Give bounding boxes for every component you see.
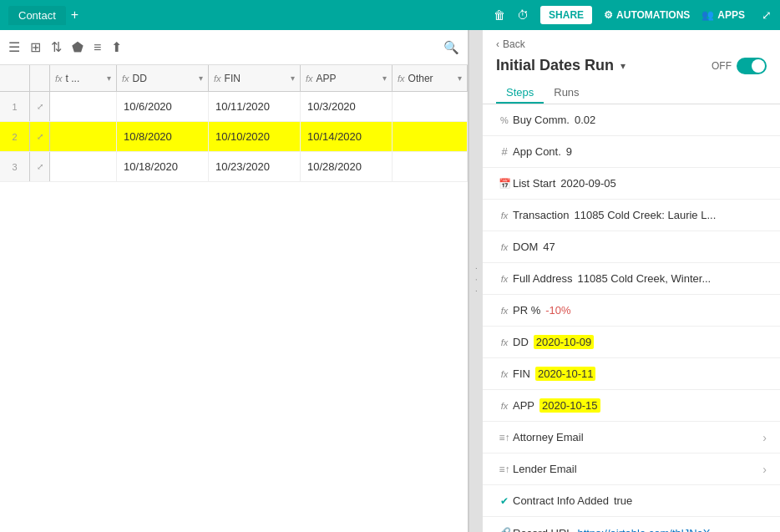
row-number: 1 bbox=[0, 92, 30, 121]
menu-icon[interactable]: ☰ bbox=[8, 39, 20, 55]
col-name-fin: FIN bbox=[225, 73, 241, 84]
cell-fin-1[interactable]: 10/11/2020 bbox=[209, 92, 301, 121]
tab-runs[interactable]: Runs bbox=[544, 83, 589, 104]
field-row-app: fx APP 2020-10-15 bbox=[483, 390, 780, 422]
grid-body: 1 ⤢ 10/6/2020 10/11/2020 10/3/2020 2 ⤢ 1… bbox=[0, 92, 468, 532]
row-number: 2 bbox=[0, 122, 30, 151]
field-row-dom: fx DOM 47 bbox=[483, 231, 780, 263]
field-value-dd: 2020-10-09 bbox=[534, 335, 595, 349]
automation-dropdown-icon[interactable]: ▾ bbox=[620, 60, 626, 72]
top-bar: Contact + 🗑 ⏱ SHARE ⚙ AUTOMATIONS 👥 APPS… bbox=[0, 0, 780, 30]
cell-other-2[interactable] bbox=[393, 122, 468, 151]
field-row-record-url: 🔗 Record URL https://airtable.com/tblJNe… bbox=[483, 517, 780, 532]
cell-fin-2[interactable]: 10/10/2020 bbox=[209, 122, 301, 151]
row-expand-button[interactable]: ⤢ bbox=[30, 122, 50, 151]
cell-t-3[interactable] bbox=[50, 152, 117, 181]
col-dropdown-other[interactable]: ▾ bbox=[458, 73, 462, 83]
field-value-record-url[interactable]: https://airtable.com/tblJNeX... bbox=[578, 527, 720, 533]
cell-app-1[interactable]: 10/3/2020 bbox=[301, 92, 393, 121]
trash-icon[interactable]: 🗑 bbox=[494, 8, 505, 22]
field-name-list-start: List Start bbox=[513, 177, 555, 190]
back-label: Back bbox=[503, 38, 525, 50]
row-num-header bbox=[0, 65, 30, 91]
fx-icon-dd: fx bbox=[122, 73, 129, 84]
col-dropdown-app[interactable]: ▾ bbox=[382, 73, 387, 83]
field-name-dd: DD bbox=[513, 336, 529, 348]
field-name-attorney-email: Attorney Email bbox=[513, 431, 584, 443]
automations-button[interactable]: ⚙ AUTOMATIONS bbox=[604, 9, 690, 21]
toggle-switch[interactable] bbox=[737, 58, 767, 74]
add-tab-button[interactable]: + bbox=[71, 8, 79, 23]
cell-app-3[interactable]: 10/28/2020 bbox=[301, 152, 393, 181]
right-header: ‹ Back Initial Dates Run ▾ OFF Steps Run… bbox=[483, 30, 780, 104]
fields-list: % Buy Comm. 0.02 # App Cont. 9 📅 List St… bbox=[483, 104, 780, 532]
cell-other-1[interactable] bbox=[393, 92, 468, 121]
row-expand-button[interactable]: ⤢ bbox=[30, 92, 50, 121]
cell-dd-3[interactable]: 10/18/2020 bbox=[117, 152, 209, 181]
table-row: 3 ⤢ 10/18/2020 10/23/2020 10/28/2020 bbox=[0, 152, 468, 182]
col-dropdown-t[interactable]: ▾ bbox=[107, 73, 111, 83]
fx-icon-other: fx bbox=[398, 73, 405, 84]
row-expand-button[interactable]: ⤢ bbox=[30, 152, 50, 181]
field-row-lender-email[interactable]: ≡↑ Lender Email › bbox=[483, 453, 780, 485]
col-header-dd[interactable]: fx DD ▾ bbox=[117, 65, 209, 91]
automation-title-row: Initial Dates Run ▾ OFF bbox=[496, 57, 767, 74]
fx-icon-dom: fx bbox=[496, 242, 513, 252]
automation-name: Initial Dates Run bbox=[496, 57, 614, 74]
row-number: 3 bbox=[0, 152, 30, 181]
table-row: 1 ⤢ 10/6/2020 10/11/2020 10/3/2020 bbox=[0, 92, 468, 122]
apps-icon: 👥 bbox=[701, 9, 714, 21]
col-header-fin[interactable]: fx FIN ▾ bbox=[209, 65, 301, 91]
cell-app-2[interactable]: 10/14/2020 bbox=[301, 122, 393, 151]
grid-icon[interactable]: ⊞ bbox=[30, 39, 41, 55]
field-row-attorney-email[interactable]: ≡↑ Attorney Email › bbox=[483, 422, 780, 453]
field-name-lender-email: Lender Email bbox=[513, 463, 577, 475]
link-icon: 🔗 bbox=[496, 527, 513, 532]
cell-other-3[interactable] bbox=[393, 152, 468, 181]
tab-steps[interactable]: Steps bbox=[496, 83, 544, 104]
back-link[interactable]: ‹ Back bbox=[496, 38, 767, 50]
table-row: 2 ⤢ 10/8/2020 10/10/2020 10/14/2020 bbox=[0, 122, 468, 152]
expand-col-header bbox=[30, 65, 50, 91]
col-name-app: APP bbox=[317, 73, 337, 84]
field-value-contract-info: true bbox=[614, 494, 632, 507]
col-name-t: t ... bbox=[66, 73, 80, 84]
chevron-right-icon-attorney: › bbox=[762, 431, 767, 444]
share-view-icon[interactable]: ⬆ bbox=[111, 39, 122, 55]
group-icon[interactable]: ≡ bbox=[94, 40, 101, 55]
col-dropdown-dd[interactable]: ▾ bbox=[199, 73, 203, 83]
field-value-fin: 2020-10-11 bbox=[535, 367, 596, 381]
fx-icon-pr: fx bbox=[496, 306, 513, 316]
field-row-app-cont: # App Cont. 9 bbox=[483, 136, 780, 168]
field-name-pr-percent: PR % bbox=[513, 304, 540, 317]
chevron-right-icon-lender: › bbox=[762, 463, 767, 476]
col-dropdown-fin[interactable]: ▾ bbox=[291, 73, 295, 83]
col-name-other: Other bbox=[408, 73, 433, 84]
col-header-app[interactable]: fx APP ▾ bbox=[301, 65, 393, 91]
history-icon[interactable]: ⏱ bbox=[517, 8, 529, 22]
cell-dd-2[interactable]: 10/8/2020 bbox=[117, 122, 209, 151]
field-value-pr-percent: -10% bbox=[545, 304, 570, 317]
col-header-other[interactable]: fx Other ▾ bbox=[393, 65, 468, 91]
filter-icon[interactable]: ⬟ bbox=[72, 39, 84, 55]
field-row-full-address: fx Full Address 11085 Cold Creek, Winter… bbox=[483, 263, 780, 295]
percent-icon: % bbox=[496, 115, 513, 125]
apps-button[interactable]: 👥 APPS bbox=[701, 9, 745, 21]
cell-fin-3[interactable]: 10/23/2020 bbox=[209, 152, 301, 181]
cell-t-1[interactable] bbox=[50, 92, 117, 121]
field-row-pr-percent: fx PR % -10% bbox=[483, 295, 780, 327]
share-button[interactable]: SHARE bbox=[540, 6, 592, 24]
cell-t-2[interactable] bbox=[50, 122, 117, 151]
field-value-app-cont: 9 bbox=[566, 145, 572, 158]
contact-tab[interactable]: Contact bbox=[8, 6, 66, 25]
fx-icon-t: fx bbox=[55, 73, 63, 84]
col-header-t[interactable]: fx t ... ▾ bbox=[50, 65, 117, 91]
cell-dd-1[interactable]: 10/6/2020 bbox=[117, 92, 209, 121]
field-name-transaction: Transaction bbox=[513, 209, 569, 221]
search-icon[interactable]: 🔍 bbox=[443, 40, 459, 55]
fx-icon-fin: fx bbox=[214, 73, 221, 84]
field-row-list-start: 📅 List Start 2020-09-05 bbox=[483, 168, 780, 200]
sort-icon[interactable]: ⇅ bbox=[51, 39, 62, 55]
field-name-full-address: Full Address bbox=[513, 272, 573, 285]
expand-icon[interactable]: ⤢ bbox=[762, 8, 772, 22]
